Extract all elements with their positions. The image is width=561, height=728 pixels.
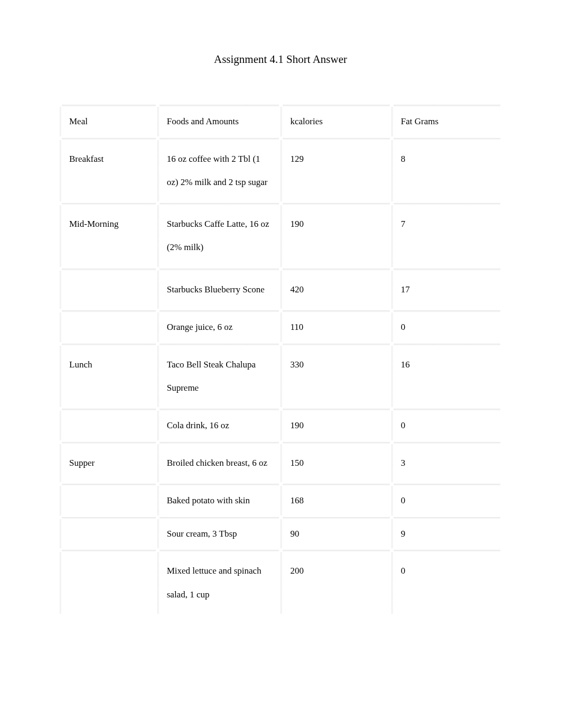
- table-frame: Meal Foods and Amounts kcalories Fat Gra…: [58, 103, 503, 616]
- cell-kcal: 150: [282, 443, 389, 482]
- table-row: Lunch Taco Bell Steak Chalupa Supreme 33…: [61, 345, 500, 407]
- cell-food: Taco Bell Steak Chalupa Supreme: [158, 345, 279, 407]
- cell-kcal: 190: [282, 410, 389, 440]
- cell-kcal: 330: [282, 345, 389, 407]
- table-header-row: Meal Foods and Amounts kcalories Fat Gra…: [61, 106, 500, 136]
- cell-fat: 0: [392, 551, 500, 613]
- cell-kcal: 168: [282, 485, 389, 515]
- cell-meal: [61, 311, 156, 342]
- cell-food: Cola drink, 16 oz: [158, 410, 279, 440]
- cell-kcal: 420: [282, 270, 389, 309]
- cell-meal: [61, 485, 156, 515]
- cell-fat: 0: [392, 485, 500, 515]
- cell-food: 16 oz coffee with 2 Tbl (1 oz) 2% milk a…: [158, 139, 279, 201]
- cell-food: Sour cream, 3 Tbsp: [158, 518, 279, 549]
- cell-meal: [61, 551, 156, 613]
- cell-meal: [61, 410, 156, 440]
- cell-fat: 0: [392, 311, 500, 342]
- table-row: Mid-Morning Starbucks Caffe Latte, 16 oz…: [61, 204, 500, 266]
- header-food: Foods and Amounts: [158, 106, 279, 136]
- cell-fat: 9: [392, 518, 500, 549]
- table-row: Orange juice, 6 oz 110 0: [61, 311, 500, 342]
- cell-meal: Lunch: [61, 345, 156, 407]
- table-row: Starbucks Blueberry Scone 420 17: [61, 270, 500, 309]
- table-row: Mixed lettuce and spinach salad, 1 cup 2…: [61, 551, 500, 613]
- table-row: Sour cream, 3 Tbsp 90 9: [61, 518, 500, 549]
- header-kcal: kcalories: [282, 106, 389, 136]
- cell-kcal: 110: [282, 311, 389, 342]
- cell-kcal: 90: [282, 518, 389, 549]
- cell-food: Mixed lettuce and spinach salad, 1 cup: [158, 551, 279, 613]
- page-title: Assignment 4.1 Short Answer: [58, 53, 503, 66]
- nutrition-table: Meal Foods and Amounts kcalories Fat Gra…: [58, 103, 503, 616]
- cell-kcal: 190: [282, 204, 389, 266]
- cell-meal: Supper: [61, 443, 156, 482]
- cell-meal: Mid-Morning: [61, 204, 156, 266]
- cell-food: Starbucks Caffe Latte, 16 oz (2% milk): [158, 204, 279, 266]
- header-meal: Meal: [61, 106, 156, 136]
- table-row: Baked potato with skin 168 0: [61, 485, 500, 515]
- cell-kcal: 129: [282, 139, 389, 201]
- cell-meal: [61, 518, 156, 549]
- cell-fat: 3: [392, 443, 500, 482]
- cell-fat: 7: [392, 204, 500, 266]
- table-row: Breakfast 16 oz coffee with 2 Tbl (1 oz)…: [61, 139, 500, 201]
- cell-kcal: 200: [282, 551, 389, 613]
- cell-meal: [61, 270, 156, 309]
- cell-food: Broiled chicken breast, 6 oz: [158, 443, 279, 482]
- cell-fat: 0: [392, 410, 500, 440]
- table-row: Cola drink, 16 oz 190 0: [61, 410, 500, 440]
- table-row: Supper Broiled chicken breast, 6 oz 150 …: [61, 443, 500, 482]
- cell-food: Baked potato with skin: [158, 485, 279, 515]
- cell-food: Orange juice, 6 oz: [158, 311, 279, 342]
- cell-meal: Breakfast: [61, 139, 156, 201]
- cell-fat: 16: [392, 345, 500, 407]
- cell-fat: 17: [392, 270, 500, 309]
- header-fat: Fat Grams: [392, 106, 500, 136]
- cell-fat: 8: [392, 139, 500, 201]
- cell-food: Starbucks Blueberry Scone: [158, 270, 279, 309]
